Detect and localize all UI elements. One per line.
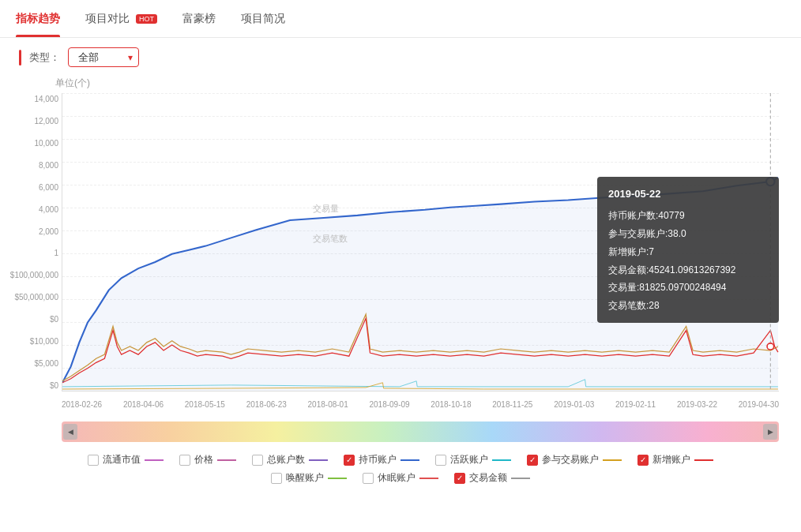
legend-trading-accounts: 参与交易账户 [527, 453, 622, 466]
legend-holding-accounts: 持币账户 [344, 453, 419, 466]
chart-unit-label: 单位(个) [55, 77, 785, 90]
tooltip-row-1: 持币账户数:40779 [608, 207, 768, 225]
legend-line-total-accounts [309, 459, 328, 461]
tooltip-date: 2019-05-22 [608, 185, 768, 204]
legend-area: 流通市值 价格 总账户数 持币账户 活跃账户 参与交易账户 [0, 447, 801, 496]
legend-checkbox-holding-accounts[interactable] [344, 455, 355, 466]
trade-volume-annotation: 交易量 [313, 203, 339, 215]
tooltip-row-4: 交易金额:45241.09613267392 [608, 261, 768, 279]
legend-checkbox-market-cap[interactable] [88, 455, 99, 466]
legend-total-accounts: 总账户数 [252, 453, 328, 466]
legend-checkbox-trade-amount[interactable] [454, 473, 465, 484]
legend-active-accounts: 活跃账户 [435, 453, 511, 466]
legend-market-cap: 流通市值 [88, 453, 164, 466]
legend-checkbox-wake-accounts[interactable] [271, 473, 282, 484]
top-navigation: 指标趋势 项目对比 HOT 富豪榜 项目简况 [0, 0, 801, 38]
legend-line-wake-accounts [328, 478, 347, 479]
chart-tooltip: 2019-05-22 持币账户数:40779 参与交易账户:38.0 新增账户:… [597, 177, 779, 323]
legend-checkbox-new-accounts[interactable] [637, 455, 649, 466]
chart-section: 单位(个) 14,000 12,000 10,000 8,000 6,000 4… [0, 77, 801, 417]
tooltip-row-2: 参与交易账户:38.0 [608, 225, 768, 243]
tooltip-row-3: 新增账户:7 [608, 243, 768, 261]
legend-trade-amount: 交易金额 [454, 471, 530, 485]
x-axis: 2018-02-26 2018-04-06 2018-05-15 2018-06… [62, 400, 779, 409]
scrollbar-left-handle[interactable]: ◀ [63, 424, 77, 440]
scrollbar-right-handle[interactable]: ▶ [763, 424, 777, 440]
legend-line-dormant-accounts [419, 478, 438, 479]
hot-badge: HOT [136, 14, 157, 24]
legend-line-price [217, 459, 236, 461]
legend-line-trade-amount [511, 478, 530, 479]
scrollbar-container: ◀ ▶ [16, 421, 785, 442]
scrollbar-track: ◀ ▶ [62, 421, 779, 442]
chart-area: 14,000 12,000 10,000 8,000 6,000 4,000 2… [16, 93, 785, 409]
nav-indicator-trend[interactable]: 指标趋势 [16, 1, 60, 37]
legend-line-new-accounts [694, 459, 713, 461]
tooltip-row-6: 交易笔数:28 [608, 297, 768, 315]
legend-checkbox-total-accounts[interactable] [252, 455, 263, 466]
legend-checkbox-active-accounts[interactable] [435, 455, 446, 466]
legend-wake-accounts: 唤醒账户 [271, 471, 347, 485]
filter-accent [19, 50, 21, 66]
y-axis: 14,000 12,000 10,000 8,000 6,000 4,000 2… [16, 93, 62, 392]
legend-checkbox-trading-accounts[interactable] [527, 455, 538, 466]
trade-count-annotation: 交易笔数 [313, 233, 348, 245]
legend-dormant-accounts: 休眠账户 [363, 471, 438, 485]
legend-price: 价格 [179, 453, 236, 466]
tooltip-dot-red [767, 343, 774, 350]
nav-rich-list[interactable]: 富豪榜 [182, 1, 216, 37]
legend-line-trading-accounts [603, 459, 622, 461]
legend-line-market-cap [145, 459, 164, 461]
type-select-wrapper[interactable]: 全部 ERC20 BTC ETH [68, 47, 139, 67]
type-select[interactable]: 全部 ERC20 BTC ETH [68, 47, 139, 67]
legend-row-2: 唤醒账户 休眠账户 交易金额 [16, 471, 785, 485]
tooltip-row-5: 交易量:81825.09700248494 [608, 279, 768, 297]
legend-line-active-accounts [492, 459, 511, 461]
filter-type-label: 类型： [29, 51, 60, 65]
legend-line-holding-accounts [400, 459, 419, 461]
legend-checkbox-dormant-accounts[interactable] [363, 473, 374, 484]
legend-row-1: 流通市值 价格 总账户数 持币账户 活跃账户 参与交易账户 [16, 453, 785, 466]
legend-new-accounts: 新增账户 [637, 453, 713, 466]
legend-checkbox-price[interactable] [179, 455, 190, 466]
chart-inner: 交易量 交易笔数 2019-05-22 持币账户数:40779 参与交易账户:3… [62, 93, 779, 392]
nav-project-summary[interactable]: 项目简况 [241, 1, 285, 37]
nav-project-compare[interactable]: 项目对比 HOT [85, 1, 157, 37]
